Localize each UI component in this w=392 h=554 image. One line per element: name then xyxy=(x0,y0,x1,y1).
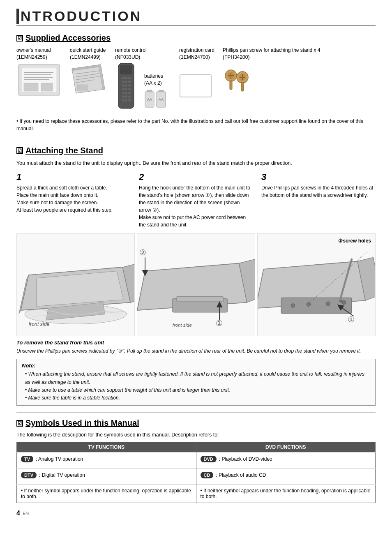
symbol-row-cd: CD : Playback of audio CD xyxy=(201,472,371,478)
table-cell-note-left: • If neither symbol appears under the fu… xyxy=(17,485,196,503)
note-item-2: Make sure to use a table which can suppo… xyxy=(22,386,370,394)
symbol-row-dtv: DTV : Digital TV operation xyxy=(21,472,192,478)
step-text-2: Hang the hook under the bottom of the ma… xyxy=(139,184,253,229)
cd-label: : Playback of audio CD xyxy=(216,472,266,478)
symbol-row-dvd: DVD : Playback of DVD-video xyxy=(201,456,371,462)
table-cell-dvd: DVD : Playback of DVD-video xyxy=(196,452,376,469)
step-number-3: 3 xyxy=(261,172,376,182)
svg-point-33 xyxy=(122,95,125,98)
stand-intro: You must attach the stand to the unit to… xyxy=(16,159,376,167)
supplied-accessories-section: ☑ Supplied Accessories owner's manual (1… xyxy=(16,33,376,132)
svg-point-29 xyxy=(128,88,131,90)
section-divider-1 xyxy=(16,140,376,140)
note-box-title: Note: xyxy=(22,362,370,369)
svg-point-18 xyxy=(122,77,125,79)
svg-point-20 xyxy=(128,77,131,79)
symbol-row-tv: TV : Analog TV operation xyxy=(21,456,192,462)
accessories-note: If you need to replace these accessories… xyxy=(16,118,376,132)
page-locale: EN xyxy=(23,511,29,516)
badge-dvd: DVD xyxy=(201,456,217,462)
dvd-label: : Playback of DVD-video xyxy=(219,456,272,462)
svg-point-35 xyxy=(128,95,131,98)
both-note-right: • If neither symbol appears under the fu… xyxy=(201,488,371,499)
svg-rect-55 xyxy=(241,82,244,91)
table-row: • If neither symbol appears under the fu… xyxy=(17,485,376,503)
svg-text:①: ① xyxy=(216,319,223,328)
batteries-group: batteries (AA x 2) AA AA xyxy=(144,73,171,111)
svg-rect-67 xyxy=(176,297,223,301)
accessory-image-manual xyxy=(16,62,62,97)
illus-panel-2: ② ① front side xyxy=(137,233,255,336)
svg-point-27 xyxy=(122,88,125,90)
accessory-image-card xyxy=(179,74,212,98)
remove-section: To remove the stand from this unit Unscr… xyxy=(16,339,376,355)
svg-rect-7 xyxy=(41,83,53,91)
svg-rect-40 xyxy=(147,90,152,92)
table-row: TV : Analog TV operation DVD : Playback … xyxy=(17,452,376,469)
svg-text:②: ② xyxy=(139,249,146,257)
badge-dtv: DTV xyxy=(21,472,37,478)
attaching-stand-section: ☑ Attaching the Stand You must attach th… xyxy=(16,146,376,406)
accessory-item-card: registration card (1EMN24700) xyxy=(179,47,214,98)
page-title-bar: NTRODUCTION xyxy=(16,8,376,26)
note-list: When attaching the stand, ensure that al… xyxy=(22,370,370,402)
symbols-table-header-left: TV FUNCTIONS xyxy=(17,442,196,452)
step-3: 3 Drive Phillips pan screws in the 4 thr… xyxy=(261,172,376,229)
symbols-table-header-right: DVD FUNCTIONS xyxy=(196,442,376,452)
table-cell-note-right: • If neither symbol appears under the fu… xyxy=(196,485,376,503)
accessory-label-screws: Phillips pan screw for attaching the sta… xyxy=(223,47,320,61)
accessory-image-screws xyxy=(223,68,251,95)
svg-rect-50 xyxy=(230,81,232,90)
svg-point-38 xyxy=(128,99,131,102)
svg-point-37 xyxy=(125,99,127,102)
accessories-row: owner's manual (1EMN24259) xyxy=(16,47,376,111)
svg-point-26 xyxy=(128,84,131,87)
symbols-section: ☑ Symbols Used in this Manual The follow… xyxy=(16,418,376,503)
page-footer: 4 EN xyxy=(16,510,376,517)
step-text-1: Spread a thick and soft cloth over a tab… xyxy=(16,184,131,214)
accessory-item-manual: owner's manual (1EMN24259) xyxy=(16,47,62,97)
accessory-image-guide xyxy=(70,62,107,95)
table-cell-cd: CD : Playback of audio CD xyxy=(196,469,376,485)
attaching-stand-title: ☑ Attaching the Stand xyxy=(16,146,376,155)
svg-point-25 xyxy=(125,84,127,87)
accessory-label-card: registration card (1EMN24700) xyxy=(179,47,214,61)
dtv-label: : Digital TV operation xyxy=(39,472,85,478)
svg-point-34 xyxy=(125,95,127,98)
symbols-intro: The following is the description for the… xyxy=(16,432,376,438)
svg-rect-6 xyxy=(24,83,38,91)
steps-grid: 1 Spread a thick and soft cloth over a t… xyxy=(16,172,376,229)
accessory-label-guide: quick start guide (1EMN24499) xyxy=(70,47,106,61)
svg-text:①: ① xyxy=(348,315,355,324)
illustrations-row: front side ② xyxy=(16,233,376,336)
table-cell-dtv: DTV : Digital TV operation xyxy=(17,469,196,485)
svg-text:AA: AA xyxy=(159,97,164,102)
step-1: 1 Spread a thick and soft cloth over a t… xyxy=(16,172,131,229)
accessory-item-guide: quick start guide (1EMN24499) xyxy=(70,47,107,95)
svg-point-32 xyxy=(128,92,131,94)
checkbox-icon: ☑ xyxy=(16,35,23,42)
svg-rect-43 xyxy=(159,90,164,92)
guide-svg xyxy=(70,62,107,95)
card-svg xyxy=(179,74,212,98)
remove-title: To remove the stand from this unit xyxy=(16,339,376,346)
accessory-item-screws: Phillips pan screw for attaching the sta… xyxy=(223,47,320,95)
supplied-accessories-label: Supplied Accessories xyxy=(25,33,111,43)
remote-batteries-group: batteries (AA x 2) AA AA xyxy=(115,62,171,111)
tv-label: : Analog TV operation xyxy=(36,456,83,462)
svg-point-30 xyxy=(122,92,125,94)
svg-point-31 xyxy=(125,92,127,94)
checkbox-icon-3: ☑ xyxy=(16,420,23,427)
section-divider-2 xyxy=(16,412,376,413)
remote-svg xyxy=(115,62,138,110)
both-note-left: • If neither symbol appears under the fu… xyxy=(21,488,191,499)
symbols-table: TV FUNCTIONS DVD FUNCTIONS TV : Analog T… xyxy=(16,442,376,503)
illus-panel-1: front side xyxy=(16,233,135,336)
svg-text:AA: AA xyxy=(147,97,152,102)
illus-panel-3: ③screw holes ① xyxy=(257,233,376,336)
table-cell-tv: TV : Analog TV operation xyxy=(17,452,196,469)
badge-tv: TV xyxy=(21,456,33,462)
manual-svg xyxy=(16,62,62,97)
page-number: 4 xyxy=(16,510,20,517)
title-accent xyxy=(16,9,19,24)
